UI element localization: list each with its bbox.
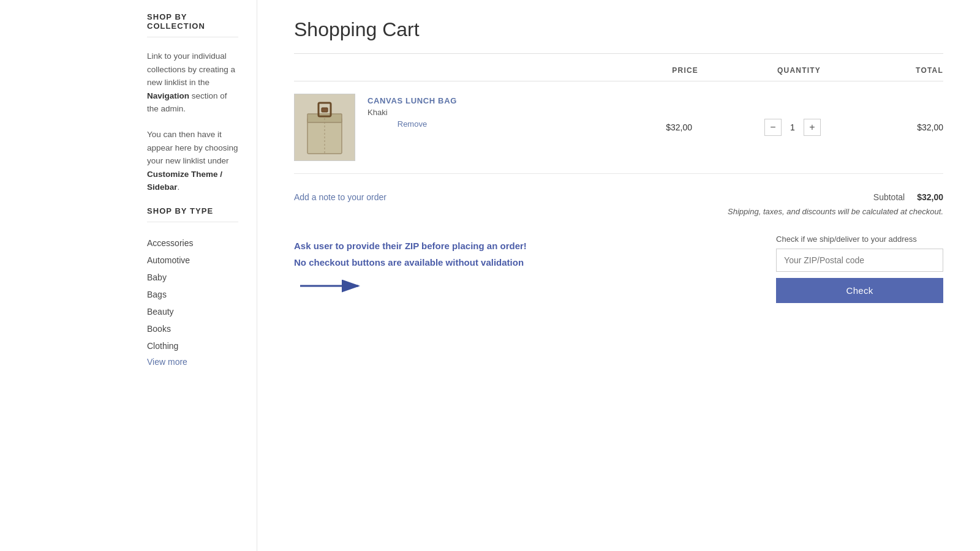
zip-section: Ask user to provide their ZIP before pla… [294,234,943,303]
col-price-label: PRICE [576,66,698,75]
cart-item-name[interactable]: CANVAS LUNCH BAG [368,96,457,105]
remove-item-button[interactable]: Remove [368,119,457,129]
sidebar-description-2: You can then have it appear here by choo… [147,128,238,194]
arrow-icon [294,274,368,298]
main-content: Shopping Cart PRICE QUANTITY TOTAL [257,0,980,551]
list-item[interactable]: Clothing [147,337,238,354]
sidebar: SHOP BY COLLECTION Link to your individu… [0,0,257,551]
zip-check-label: Check if we ship/deliver to your address [776,234,943,244]
sidebar-description: Link to your individual collections by c… [147,50,238,116]
cart-item-row: CANVAS LUNCH BAG Khaki Remove $32,00 − 1… [294,81,943,174]
page-title: Shopping Cart [294,18,943,41]
cart-item-image [294,94,355,161]
nav-link-accessories[interactable]: Accessories [147,238,193,248]
subtotal-row: Subtotal $32,00 [873,192,943,202]
col-quantity-label: QUANTITY [698,66,821,75]
description-text-3: You can then have it appear here by choo… [147,130,238,165]
list-item[interactable]: Accessories [147,234,238,252]
zip-message-2: No checkout buttons are available withou… [294,257,739,268]
cart-table-header: PRICE QUANTITY TOTAL [294,66,943,81]
description-bold-customize: Customize Theme / Sidebar [147,170,222,192]
add-note-link[interactable]: Add a note to your order [294,192,386,202]
arrow-container [294,274,739,298]
list-item[interactable]: Bags [147,286,238,303]
zip-messages: Ask user to provide their ZIP before pla… [294,234,739,298]
cart-item-variant: Khaki [368,108,457,117]
shipping-note: Shipping, taxes, and discounts will be c… [294,207,943,216]
col-item-label [294,66,576,75]
nav-link-clothing[interactable]: Clothing [147,341,178,351]
description-bold-navigation: Navigation [147,91,189,100]
quantity-control: − 1 + [698,119,821,136]
shop-by-collection-title: SHOP BY COLLECTION [147,12,238,31]
sidebar-divider [147,37,238,37]
nav-link-baby[interactable]: Baby [147,272,167,282]
nav-link-beauty[interactable]: Beauty [147,307,174,317]
col-total-label: TOTAL [821,66,943,75]
description-text-1: Link to your individual collections by c… [147,51,235,87]
svg-rect-3 [322,108,328,112]
zip-check-block: Check if we ship/deliver to your address… [776,234,943,303]
quantity-value: 1 [786,122,799,132]
zip-message-1: Ask user to provide their ZIP before pla… [294,241,739,251]
subtotal-block: Subtotal $32,00 [873,192,943,202]
cart-item-total: $32,00 [821,122,943,132]
nav-link-books[interactable]: Books [147,324,171,334]
list-item[interactable]: Baby [147,269,238,286]
cart-footer: Add a note to your order Subtotal $32,00 [294,186,943,202]
zip-input[interactable] [776,249,943,272]
quantity-decrease-button[interactable]: − [764,119,782,136]
quantity-increase-button[interactable]: + [804,119,821,136]
nav-link-bags[interactable]: Bags [147,290,167,299]
cart-item-info: CANVAS LUNCH BAG Khaki Remove [294,94,576,161]
cart-header-divider [294,53,943,54]
cart-item-price: $32,00 [576,122,698,132]
view-more-link[interactable]: View more [147,357,187,367]
cart-item-details: CANVAS LUNCH BAG Khaki Remove [368,94,457,129]
list-item[interactable]: Automotive [147,252,238,269]
shop-by-type-title: SHOP BY TYPE [147,206,238,216]
subtotal-label: Subtotal [873,192,905,202]
subtotal-value: $32,00 [917,192,943,202]
product-image-svg [300,97,349,158]
check-button[interactable]: Check [776,278,943,303]
nav-link-automotive[interactable]: Automotive [147,255,190,265]
sidebar-divider-2 [147,222,238,222]
sidebar-nav-list: Accessories Automotive Baby Bags Beauty … [147,234,238,354]
list-item[interactable]: Beauty [147,303,238,320]
description-text-end: . [178,182,180,192]
list-item[interactable]: Books [147,320,238,337]
